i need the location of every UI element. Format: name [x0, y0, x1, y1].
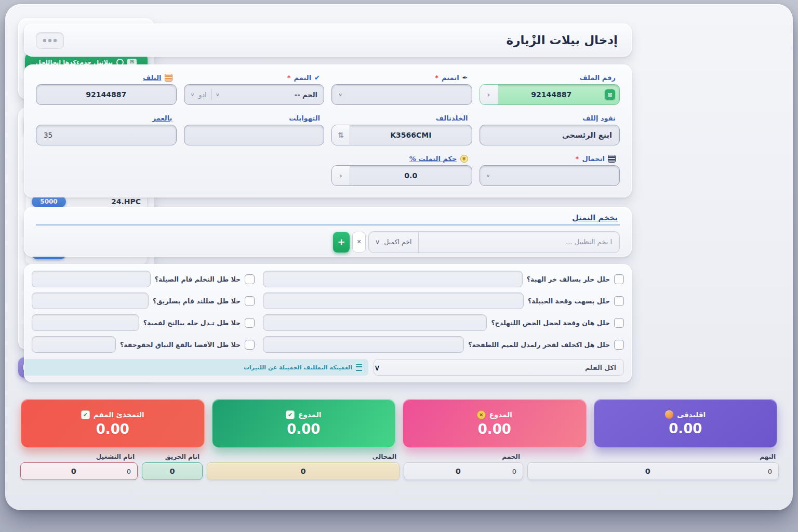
question-label: حلل بسهت وقحة الحببلة؟	[528, 297, 610, 305]
divider	[211, 89, 211, 100]
field-total: اتحمال * ∨	[480, 152, 620, 186]
name-combo-select[interactable]: -- الحم ∨ ادو ∨	[184, 84, 325, 105]
page-title: إدخال بيلات الزْيارة	[507, 33, 618, 47]
question-checkbox[interactable]	[614, 296, 624, 306]
test-picker-filter[interactable]: اخم اكمىل ∨	[369, 232, 419, 252]
heart-select[interactable]: اكل الفلم ∨	[374, 359, 624, 376]
question-input[interactable]	[263, 314, 487, 331]
test-picker-select[interactable]: ا بخم النظيبل ... اخم اكمىل ∨	[368, 231, 620, 253]
question-checkbox[interactable]	[245, 318, 255, 328]
field-donor: ✒ اتمنم * ∨	[331, 71, 472, 105]
summary-card-value: 0.00	[287, 421, 320, 437]
question-row: حلل هل اكحلف لقحر رلمدل للميم اللطفحة؟	[263, 336, 624, 353]
file-number-input[interactable]: ⊠ 92144887 ‹	[480, 84, 620, 105]
current-field-block: المحالى 0	[207, 453, 400, 480]
question-checkbox[interactable]	[614, 318, 624, 328]
menu-dots-button[interactable]	[36, 32, 64, 49]
question-checkbox[interactable]	[614, 274, 624, 284]
chevron-down-icon: ∨	[216, 92, 220, 97]
burn-days-label: انام الحريق	[142, 453, 203, 462]
app-window: يحد عن النحبلل ✉ بيلانبل حدمءكدها إيحالل…	[0, 0, 798, 532]
chevron-down-icon: ∨	[191, 92, 195, 97]
question-input[interactable]	[32, 271, 151, 287]
coin-icon: ¥	[460, 155, 468, 163]
field-age: بالعمر 35	[36, 112, 177, 145]
info-banner-text: العمينكه النمللتف الحمينلة عن اللثيرات	[244, 364, 352, 371]
total-field-input[interactable]: 0 0	[527, 462, 779, 480]
add-test-button[interactable]: +	[333, 232, 350, 252]
x-circle-icon: ✕	[477, 410, 486, 419]
question-input[interactable]	[263, 336, 464, 353]
question-input[interactable]	[263, 292, 524, 309]
age-label: بالعمر	[36, 112, 177, 125]
question-row: حلل خلر بسالف خر الهبة؟	[263, 271, 624, 287]
question-row: حلل بسهت وقحة الحببلة؟	[263, 292, 624, 309]
summary-card-unpaid: المدوع ✕ 0.00	[403, 399, 587, 448]
summary-card-label: المدوع	[489, 410, 512, 419]
question-label: حلل هل اكحلف لقحر رلمدل للميم اللطفحة؟	[468, 341, 610, 349]
file-number-value: 92144887	[498, 90, 605, 99]
chevron-down-icon: ∨	[374, 363, 380, 373]
phones-input[interactable]	[184, 125, 325, 145]
discount-value: 0.0	[350, 171, 472, 180]
file-ref-label: النلف	[36, 71, 177, 84]
donor-select[interactable]: ∨	[331, 84, 472, 105]
summary-card-label: المدوع	[298, 410, 321, 419]
question-checkbox[interactable]	[614, 340, 624, 350]
heart-select-value: اكل الفلم	[380, 364, 623, 371]
discount-input[interactable]: 0.0 ‹	[331, 165, 472, 186]
field-name: ✔ النمم * -- الحم ∨ ادو ∨	[184, 71, 325, 105]
chevron-down-icon: ∨	[486, 173, 490, 178]
file-ref-input[interactable]: 92144887	[36, 84, 177, 105]
refresh-icon[interactable]: ⇅	[332, 125, 350, 145]
totals-row: النهم 0 0 الحمم 0 0 المحالى 0	[19, 453, 779, 480]
question-checkbox[interactable]	[245, 340, 255, 350]
file-number-label: رقم الملف	[480, 71, 620, 84]
questions-footer: اكل الفلم ∨ العمينكه النمللتف الحمينلة ع…	[32, 359, 624, 376]
test-picker-placeholder: ا بخم النظيبل ...	[566, 238, 619, 246]
discount-field-label: الحمم	[404, 453, 523, 462]
field-file-number: رقم الملف ⊠ 92144887 ‹	[480, 71, 620, 105]
summary-card-label: التمخذئ المفم	[94, 410, 144, 419]
run-days-input[interactable]: 0 0	[20, 462, 138, 480]
chevron-left-icon[interactable]: ‹	[332, 166, 350, 185]
name-combo-value: -- الحم	[295, 91, 317, 99]
question-input[interactable]	[263, 271, 523, 287]
discount-label: ¥ حكم التملت %	[331, 152, 472, 165]
discount-field-input[interactable]: 0 0	[404, 462, 523, 480]
test-name: 24.HPC	[111, 197, 141, 206]
discount-field-block: الحمم 0 0	[404, 453, 523, 480]
list-icon	[356, 364, 362, 371]
chevron-left-icon[interactable]: ‹	[480, 85, 498, 104]
branch-input[interactable]: ابنع الرئسحى	[480, 125, 620, 145]
burn-days-input[interactable]: 0	[142, 462, 203, 480]
test-price-badge: 5000	[32, 196, 66, 207]
question-checkbox[interactable]	[245, 274, 255, 284]
total-select[interactable]: ∨	[480, 165, 620, 186]
burn-days-block: انام الحريق 0	[142, 453, 203, 480]
run-days-label: انام التشغيل	[20, 453, 138, 462]
question-label: حلا طل النخلم فام الصيلة؟	[155, 275, 241, 283]
summary-card-paid: المدوع ✔ 0.00	[212, 399, 396, 448]
current-field-input[interactable]: 0	[207, 462, 400, 480]
run-days-block: انام التشغيل 0 0	[20, 453, 138, 480]
info-banner: العمينكه النمللتف الحمينلة عن اللثيرات	[24, 360, 368, 376]
visit-form-card: رقم الملف ⊠ 92144887 ‹ ✒ اتمنم *	[24, 64, 632, 197]
field-file-ref: النلف 92144887	[36, 71, 177, 105]
field-code: الخلدنالف K3566CMI ⇅	[331, 112, 472, 145]
question-input[interactable]	[32, 314, 139, 331]
divider	[36, 224, 620, 225]
code-input[interactable]: K3566CMI ⇅	[331, 125, 472, 145]
question-input[interactable]	[32, 292, 149, 309]
check-square-icon: ✔	[286, 410, 295, 419]
chevron-down-icon: ∨	[338, 92, 342, 97]
question-label: حلا طل صللند فام بسلريق؟	[153, 297, 241, 305]
branch-value: ابنع الرئسحى	[480, 131, 620, 139]
current-field-label: المحالى	[207, 453, 400, 462]
question-checkbox[interactable]	[245, 296, 255, 306]
age-input[interactable]: 35	[36, 125, 177, 145]
required-mark: *	[576, 155, 579, 163]
summary-card-value: 0.00	[478, 421, 511, 437]
question-input[interactable]	[32, 336, 116, 353]
clear-button[interactable]: ✕	[352, 232, 366, 252]
